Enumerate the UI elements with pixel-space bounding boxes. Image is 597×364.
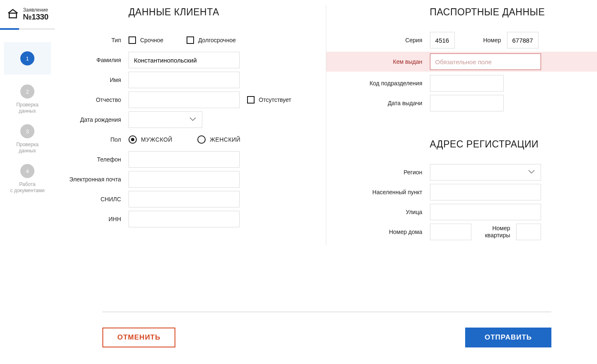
phone-input[interactable] xyxy=(129,151,240,168)
inn-input[interactable] xyxy=(129,211,240,227)
number-input[interactable] xyxy=(507,32,539,48)
passport-section-title: ПАСПОРТНЫЕ ДАННЫЕ xyxy=(339,7,573,18)
division-code-label: Код подразделения xyxy=(339,80,430,87)
gender-label: Пол xyxy=(67,136,129,143)
snils-input[interactable] xyxy=(129,191,240,207)
female-radio[interactable]: ЖЕНСКИЙ xyxy=(197,135,240,144)
app-title: №1330 xyxy=(23,13,49,22)
email-label: Электронная почта xyxy=(67,176,129,183)
birthdate-label: Дата рождения xyxy=(67,116,129,123)
male-radio[interactable]: МУЖСКОЙ xyxy=(129,135,172,144)
submit-button[interactable]: ОТПРАВИТЬ xyxy=(465,328,551,347)
urgent-checkbox[interactable]: Срочное xyxy=(129,36,163,44)
inn-label: ИНН xyxy=(67,216,129,222)
lastname-label: Фамилия xyxy=(67,57,129,63)
street-label: Улица xyxy=(339,209,430,215)
issue-date-input[interactable] xyxy=(430,95,504,111)
firstname-input[interactable] xyxy=(129,72,240,88)
firstname-label: Имя xyxy=(67,77,129,83)
lastname-input[interactable] xyxy=(129,52,240,68)
apartment-input[interactable] xyxy=(516,224,541,240)
issued-by-input[interactable] xyxy=(430,53,541,70)
issued-by-label: Кем выдан xyxy=(326,58,430,65)
division-code-input[interactable] xyxy=(430,75,504,92)
patronymic-input[interactable] xyxy=(129,92,240,108)
absent-checkbox[interactable]: Отсутствует xyxy=(247,96,291,104)
app-header: Заявление №1330 xyxy=(0,7,55,28)
patronymic-label: Отчество xyxy=(67,96,129,103)
birthdate-select[interactable] xyxy=(129,111,202,128)
email-input[interactable] xyxy=(129,171,240,188)
locality-label: Населенный пункт xyxy=(339,189,430,195)
house-label: Номер дома xyxy=(339,229,430,235)
region-label: Регион xyxy=(339,169,430,176)
address-section-title: АДРЕС РЕГИСТРАЦИИ xyxy=(339,139,573,150)
phone-label: Телефон xyxy=(67,156,129,163)
sidebar: Заявление №1330 1 2 Проверка данных 3 Пр… xyxy=(0,0,55,364)
step-4[interactable]: 4 Работа с документами xyxy=(10,164,45,194)
footer: ОТМЕНИТЬ ОТПРАВИТЬ xyxy=(55,311,597,364)
step-3[interactable]: 3 Проверка данных xyxy=(16,124,39,154)
series-input[interactable] xyxy=(430,32,455,48)
series-label: Серия xyxy=(339,37,430,43)
locality-input[interactable] xyxy=(430,184,541,200)
client-section-title: ДАННЫЕ КЛИЕНТА xyxy=(67,7,301,18)
issue-date-label: Дата выдачи xyxy=(339,100,430,106)
step-1[interactable]: 1 xyxy=(4,42,51,75)
cancel-button[interactable]: ОТМЕНИТЬ xyxy=(102,328,175,347)
apartment-label: Номер квартиры xyxy=(471,225,516,239)
step-2[interactable]: 2 Проверка данных xyxy=(16,84,39,114)
home-icon[interactable] xyxy=(7,7,19,22)
street-input[interactable] xyxy=(430,204,541,220)
region-select[interactable] xyxy=(430,164,541,181)
snils-label: СНИЛС xyxy=(67,196,129,202)
progress-bar xyxy=(0,28,55,30)
longterm-checkbox[interactable]: Долгосрочное xyxy=(187,36,236,44)
number-label: Номер xyxy=(455,37,507,44)
type-label: Тип xyxy=(67,37,129,43)
footer-divider xyxy=(102,311,551,313)
house-input[interactable] xyxy=(430,224,471,240)
svg-rect-0 xyxy=(9,13,17,18)
